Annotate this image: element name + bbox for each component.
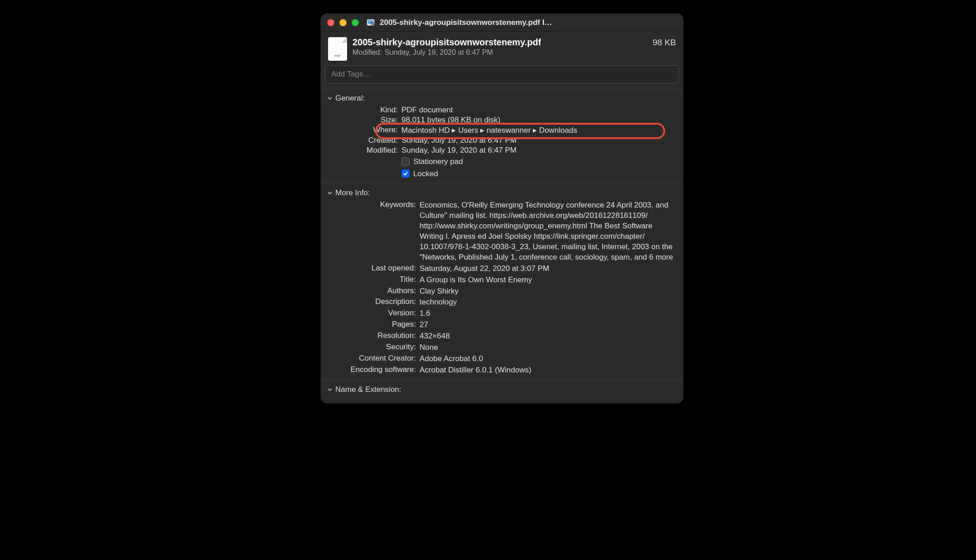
window-title: 2005-shirky-agroupisitsownworstenemy.pdf…: [380, 18, 677, 27]
creator-label: Content Creator:: [325, 354, 416, 364]
traffic-lights: [327, 19, 359, 26]
description-value: technology: [420, 297, 675, 308]
created-label: Created:: [325, 136, 398, 145]
chevron-down-icon: [327, 387, 333, 392]
title-value: A Group is Its Own Worst Enemy: [420, 275, 675, 285]
section-general: General: Kind: PDF document Size: 98,011…: [321, 89, 683, 183]
file-size: 98 KB: [652, 38, 676, 48]
section-title-moreinfo: More Info:: [335, 188, 370, 198]
where-value-container: Macintosh HD ▸ Users ▸ nateswanner ▸ Dow…: [401, 126, 675, 135]
authors-label: Authors:: [325, 286, 416, 297]
preview-app-icon: [366, 18, 375, 27]
creator-value: Adobe Acrobat 6.0: [420, 354, 675, 364]
version-label: Version:: [325, 309, 416, 319]
tags-placeholder: Add Tags…: [331, 70, 371, 79]
resolution-label: Resolution:: [325, 331, 416, 342]
chevron-down-icon: [327, 190, 333, 196]
section-header-moreinfo[interactable]: More Info:: [321, 188, 683, 200]
locked-checkbox[interactable]: [401, 169, 410, 178]
close-window-button[interactable]: [327, 19, 334, 26]
section-title-general: General:: [335, 94, 365, 103]
get-info-window: 2005-shirky-agroupisitsownworstenemy.pdf…: [321, 14, 683, 403]
description-label: Description:: [325, 297, 416, 308]
file-header: PDF 2005-shirky-agroupisitsownworstenemy…: [321, 32, 683, 65]
file-name: 2005-shirky-agroupisitsownworstenemy.pdf: [353, 37, 541, 48]
lastopened-label: Last opened:: [325, 264, 416, 274]
resolution-value: 432×648: [420, 331, 675, 342]
created-value: Sunday, July 19, 2020 at 6:47 PM: [401, 136, 675, 145]
svg-rect-1: [368, 20, 374, 24]
modified-label-gen: Modified:: [325, 146, 398, 155]
locked-row: Locked: [321, 167, 683, 179]
encoding-label: Encoding software:: [325, 365, 416, 376]
pages-label: Pages:: [325, 320, 416, 330]
section-name-extension: Name & Extension:: [321, 380, 683, 403]
section-title-nameext: Name & Extension:: [335, 385, 401, 394]
section-header-general[interactable]: General:: [321, 93, 683, 106]
version-value: 1.6: [420, 309, 675, 319]
stationery-row: Stationery pad: [321, 155, 683, 167]
authors-value: Clay Shirky: [420, 286, 675, 297]
pdf-badge: PDF: [330, 54, 345, 58]
security-label: Security:: [325, 343, 416, 353]
size-value: 98,011 bytes (98 KB on disk): [401, 116, 675, 125]
title-label: Title:: [325, 275, 416, 285]
size-label: Size:: [325, 116, 398, 125]
zoom-window-button[interactable]: [352, 19, 359, 26]
where-value: Macintosh HD ▸ Users ▸ nateswanner ▸ Dow…: [401, 126, 577, 135]
section-header-nameext[interactable]: Name & Extension:: [321, 384, 683, 397]
titlebar[interactable]: 2005-shirky-agroupisitsownworstenemy.pdf…: [321, 14, 683, 32]
modified-value-gen: Sunday, July 19, 2020 at 6:47 PM: [401, 146, 675, 155]
kind-value: PDF document: [401, 106, 675, 115]
locked-label: Locked: [413, 169, 438, 178]
where-label: Where:: [325, 126, 398, 135]
header-modified: Modified:Sunday, July 19, 2020 at 6:47 P…: [353, 48, 676, 57]
kind-label: Kind:: [325, 106, 398, 115]
modified-label: Modified:: [353, 48, 382, 56]
pages-value: 27: [420, 320, 675, 330]
stationery-label: Stationery pad: [413, 157, 463, 166]
file-icon: PDF: [328, 37, 347, 61]
tags-input[interactable]: Add Tags…: [325, 65, 679, 83]
keywords-label: Keywords:: [325, 200, 416, 263]
stationery-checkbox[interactable]: [401, 158, 410, 166]
keywords-value: Economics, O'Reilly Emerging Technology …: [420, 200, 675, 263]
modified-value: Sunday, July 19, 2020 at 6:47 PM: [385, 48, 493, 56]
section-more-info: More Info: Keywords: Economics, O'Reilly…: [321, 183, 683, 380]
lastopened-value: Saturday, August 22, 2020 at 3:07 PM: [420, 264, 675, 274]
security-value: None: [420, 343, 675, 353]
minimize-window-button[interactable]: [339, 19, 347, 26]
encoding-value: Acrobat Distiller 6.0.1 (Windows): [420, 365, 675, 376]
chevron-down-icon: [327, 96, 333, 101]
